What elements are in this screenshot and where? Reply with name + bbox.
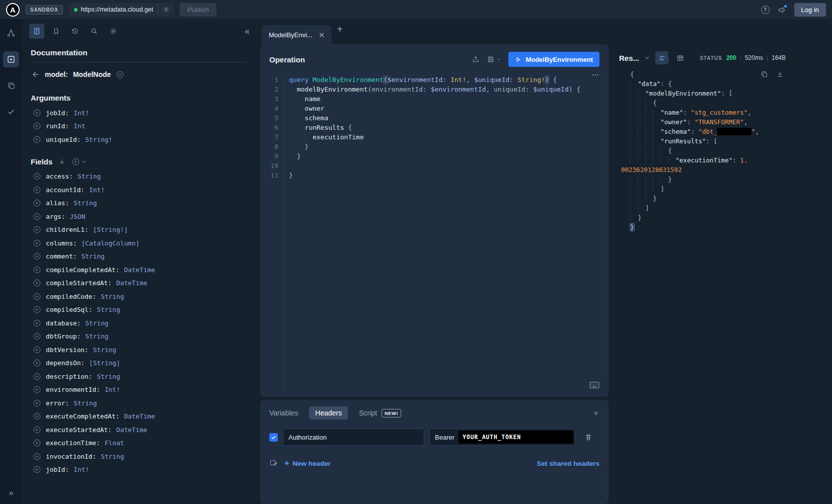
- endpoint-settings-icon[interactable]: [159, 3, 174, 16]
- doc-field-row[interactable]: invocationId:String: [31, 450, 246, 463]
- add-field-to-query-icon[interactable]: [33, 399, 41, 407]
- login-button[interactable]: Log in: [794, 3, 826, 17]
- add-field-to-query-icon[interactable]: [33, 346, 41, 354]
- query-code[interactable]: query ModelByEnvironment($environmentId:…: [283, 75, 609, 397]
- add-field-to-query-icon[interactable]: [33, 426, 41, 434]
- header-enabled-checkbox[interactable]: [269, 433, 278, 442]
- endpoint-url[interactable]: https://metadata.cloud.get: [69, 3, 159, 16]
- doc-field-row[interactable]: executionTime:Float: [31, 437, 246, 450]
- share-operation-icon[interactable]: [472, 55, 480, 63]
- add-field-to-query-icon[interactable]: [33, 212, 41, 221]
- field-type[interactable]: [String!]: [93, 226, 128, 233]
- set-shared-headers-link[interactable]: Set shared headers: [537, 460, 599, 467]
- doc-field-row[interactable]: runId:Int: [31, 120, 246, 133]
- field-type[interactable]: JSON: [70, 213, 86, 220]
- add-field-to-query-icon[interactable]: [33, 279, 41, 287]
- field-type[interactable]: DateTime: [124, 412, 155, 420]
- field-type[interactable]: Int: [73, 122, 85, 130]
- doc-field-row[interactable]: jobId:Int!: [31, 463, 246, 477]
- delete-header-icon[interactable]: [584, 433, 592, 441]
- doc-field-row[interactable]: access:String: [31, 170, 246, 184]
- response-dropdown-chevron-icon[interactable]: [644, 55, 650, 61]
- doc-field-row[interactable]: dependsOn:[String]: [31, 357, 246, 370]
- doc-field-row[interactable]: compileStartedAt:DateTime: [31, 277, 246, 290]
- field-type[interactable]: Int!: [89, 186, 105, 194]
- add-field-to-query-icon[interactable]: [33, 292, 41, 301]
- run-operation-button[interactable]: ModelByEnvironment: [508, 52, 599, 67]
- expand-rail-icon[interactable]: »: [9, 488, 13, 498]
- auth-token-chip[interactable]: YOUR_AUTH_TOKEN: [459, 431, 573, 444]
- doc-field-row[interactable]: dbtGroup:String: [31, 330, 246, 344]
- sort-fields-icon[interactable]: [58, 158, 65, 165]
- add-all-fields-icon[interactable]: [116, 70, 124, 79]
- format-json-icon[interactable]: [655, 51, 668, 64]
- field-type[interactable]: Int!: [105, 386, 120, 393]
- new-tab-icon[interactable]: +: [337, 24, 343, 39]
- field-type[interactable]: Int!: [73, 109, 89, 117]
- help-icon[interactable]: ?: [761, 6, 770, 14]
- header-value-field[interactable]: Bearer YOUR_AUTH_TOKEN: [429, 429, 575, 446]
- announcements-icon[interactable]: [778, 6, 786, 14]
- field-type[interactable]: String: [101, 293, 124, 300]
- add-field-to-query-icon[interactable]: [33, 186, 41, 194]
- doc-field-row[interactable]: compiledSql:String: [31, 303, 246, 317]
- copy-response-icon[interactable]: [761, 70, 768, 78]
- add-field-to-query-icon[interactable]: [33, 465, 41, 474]
- field-type[interactable]: DateTime: [124, 266, 155, 274]
- add-field-to-query-icon[interactable]: [33, 319, 41, 327]
- search-icon[interactable]: [87, 24, 102, 39]
- doc-field-row[interactable]: comment:String: [31, 250, 246, 264]
- bookmarks-icon[interactable]: [48, 24, 63, 39]
- doc-field-row[interactable]: environmentId:Int!: [31, 383, 246, 397]
- response-json[interactable]: { "data": { "modelByEnvironment": [ { "n…: [630, 69, 832, 232]
- add-field-to-query-icon[interactable]: [33, 305, 41, 314]
- field-type[interactable]: Int!: [73, 466, 89, 473]
- documentation-tab-icon[interactable]: [29, 24, 44, 39]
- field-type[interactable]: DateTime: [116, 426, 147, 434]
- add-fields-chevron-icon[interactable]: [82, 159, 87, 164]
- doc-field-row[interactable]: executeCompletedAt:DateTime: [31, 410, 246, 424]
- save-options-chevron-icon[interactable]: [496, 57, 501, 62]
- operation-tab[interactable]: ModelByEnvi... ✕: [262, 25, 332, 44]
- field-type[interactable]: String: [93, 346, 116, 354]
- explorer-icon[interactable]: [3, 51, 19, 67]
- add-field-to-query-icon[interactable]: [33, 266, 41, 274]
- add-field-to-query-icon[interactable]: [33, 199, 41, 207]
- tab-script[interactable]: Script: [359, 409, 377, 417]
- apollo-logo[interactable]: A: [6, 3, 20, 17]
- add-field-to-query-icon[interactable]: [33, 252, 41, 261]
- collapse-io-panel-icon[interactable]: [592, 409, 599, 416]
- add-field-to-query-icon[interactable]: [33, 122, 41, 130]
- field-type[interactable]: String: [73, 399, 97, 407]
- field-type[interactable]: [CatalogColumn]: [82, 239, 140, 247]
- endpoint-url-pill[interactable]: https://metadata.cloud.get: [69, 3, 174, 16]
- editor-menu-icon[interactable]: [591, 71, 599, 79]
- tab-headers[interactable]: Headers: [309, 406, 348, 419]
- add-field-to-query-icon[interactable]: [33, 359, 41, 367]
- doc-field-row[interactable]: description:String: [31, 370, 246, 383]
- field-type[interactable]: Float: [105, 439, 124, 447]
- doc-field-row[interactable]: compileCompletedAt:DateTime: [31, 263, 246, 277]
- doc-field-row[interactable]: args:JSON: [31, 210, 246, 223]
- close-tab-icon[interactable]: ✕: [319, 31, 325, 39]
- field-type[interactable]: String: [97, 373, 120, 380]
- doc-field-row[interactable]: alias:String: [31, 197, 246, 210]
- new-header-button[interactable]: + New header: [284, 459, 331, 468]
- back-arrow-icon[interactable]: [31, 70, 40, 79]
- download-response-icon[interactable]: [776, 70, 784, 78]
- response-title[interactable]: Res...: [619, 54, 639, 62]
- add-field-to-query-icon[interactable]: [33, 439, 41, 447]
- doc-field-row[interactable]: executeStartedAt:DateTime: [31, 423, 246, 437]
- doc-field-row[interactable]: jobId:Int!: [31, 106, 246, 120]
- field-type[interactable]: DateTime: [116, 279, 147, 287]
- field-type[interactable]: [String]: [89, 359, 120, 367]
- add-field-to-query-icon[interactable]: [33, 385, 41, 394]
- doc-field-row[interactable]: compiledCode:String: [31, 290, 246, 303]
- field-type[interactable]: String: [78, 173, 101, 180]
- add-field-to-query-icon[interactable]: [33, 372, 41, 381]
- add-fields-icon[interactable]: [71, 157, 80, 166]
- add-field-to-query-icon[interactable]: [33, 172, 41, 181]
- table-view-icon[interactable]: [673, 51, 687, 64]
- doc-field-row[interactable]: error:String: [31, 396, 246, 410]
- add-field-to-query-icon[interactable]: [33, 332, 41, 341]
